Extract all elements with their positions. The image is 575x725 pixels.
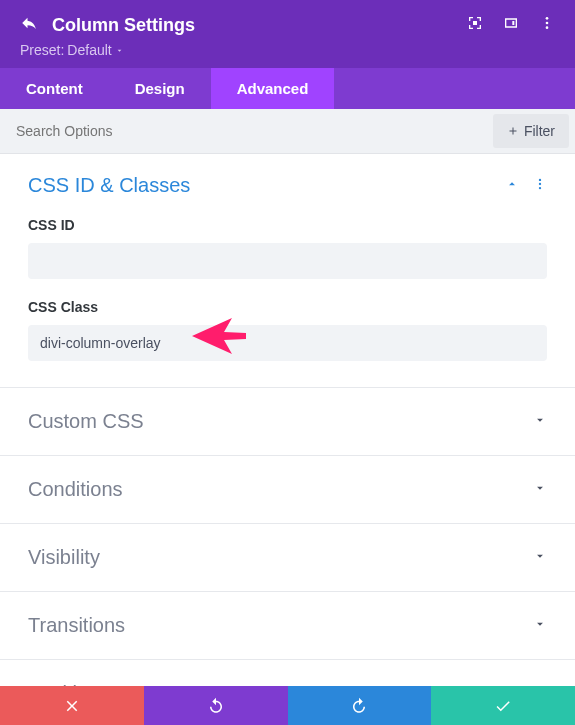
css-class-label: CSS Class (28, 299, 547, 315)
section-kebab-icon[interactable] (533, 177, 547, 195)
section-title: Custom CSS (28, 410, 144, 433)
section-transitions[interactable]: Transitions (0, 592, 575, 660)
section-title: Transitions (28, 614, 125, 637)
svg-point-4 (539, 178, 541, 180)
css-class-input[interactable] (28, 325, 547, 361)
svg-point-3 (546, 26, 549, 29)
tab-content[interactable]: Content (0, 68, 109, 109)
css-id-input[interactable] (28, 243, 547, 279)
svg-point-6 (539, 186, 541, 188)
section-custom-css[interactable]: Custom CSS (0, 388, 575, 456)
css-id-label: CSS ID (28, 217, 547, 233)
section-visibility[interactable]: Visibility (0, 524, 575, 592)
panel-icon[interactable] (503, 15, 519, 35)
footer-actions (0, 686, 575, 725)
cancel-button[interactable] (0, 686, 144, 725)
filter-button[interactable]: Filter (493, 114, 569, 148)
header-left: Column Settings (20, 14, 195, 36)
section-title: Conditions (28, 478, 123, 501)
svg-rect-0 (473, 21, 477, 25)
section-css-id-classes: CSS ID & Classes CSS ID CSS Class (0, 154, 575, 388)
kebab-menu-icon[interactable] (539, 15, 555, 35)
preset-selector[interactable]: Preset: Default (20, 42, 555, 58)
header-actions (467, 15, 555, 35)
chevron-up-icon[interactable] (505, 177, 519, 195)
section-title: CSS ID & Classes (28, 174, 190, 197)
chevron-down-icon (533, 481, 547, 499)
focus-icon[interactable] (467, 15, 483, 35)
undo-button[interactable] (144, 686, 288, 725)
preset-label: Preset: (20, 42, 64, 58)
chevron-down-icon (533, 549, 547, 567)
section-conditions[interactable]: Conditions (0, 456, 575, 524)
back-icon[interactable] (20, 14, 38, 36)
svg-point-5 (539, 182, 541, 184)
redo-button[interactable] (288, 686, 432, 725)
settings-header: Column Settings Preset: Default (0, 0, 575, 68)
section-header-css[interactable]: CSS ID & Classes (28, 174, 547, 197)
section-controls (505, 177, 547, 195)
chevron-down-icon (533, 617, 547, 635)
filter-label: Filter (524, 123, 555, 139)
tab-advanced[interactable]: Advanced (211, 68, 335, 109)
caret-down-icon (115, 42, 124, 58)
preset-value: Default (67, 42, 111, 58)
search-row: Filter (0, 109, 575, 154)
save-button[interactable] (431, 686, 575, 725)
svg-point-1 (546, 17, 549, 20)
svg-point-2 (546, 22, 549, 25)
settings-title: Column Settings (52, 15, 195, 36)
section-title: Visibility (28, 546, 100, 569)
header-top: Column Settings (20, 14, 555, 36)
chevron-down-icon (533, 413, 547, 431)
search-input[interactable] (0, 111, 487, 151)
tab-design[interactable]: Design (109, 68, 211, 109)
settings-tabs: Content Design Advanced (0, 68, 575, 109)
